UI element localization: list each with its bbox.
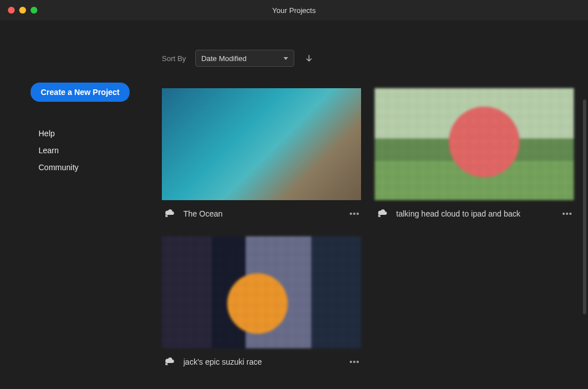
- sort-by-label: Sort By: [162, 54, 186, 63]
- project-more-button[interactable]: [347, 207, 361, 221]
- project-card-footer: The Ocean: [162, 200, 361, 221]
- close-window-button[interactable]: [8, 7, 15, 14]
- sort-by-select[interactable]: Date Modified: [195, 50, 294, 67]
- scrollbar-thumb[interactable]: [583, 100, 586, 314]
- create-new-project-button[interactable]: Create a New Project: [31, 83, 130, 102]
- project-card: jack's epic suzuki race: [162, 236, 361, 369]
- sort-controls: Sort By Date Modified: [162, 50, 577, 67]
- window-title: Your Projects: [272, 6, 316, 15]
- project-title: talking head cloud to ipad and back: [396, 209, 552, 218]
- project-title: jack's epic suzuki race: [183, 357, 340, 366]
- chevron-down-icon: [284, 57, 288, 60]
- window-controls: [0, 7, 37, 14]
- sidebar-item-community[interactable]: Community: [38, 163, 153, 172]
- more-icon: [350, 361, 359, 363]
- more-icon: [563, 213, 572, 215]
- titlebar: Your Projects: [0, 0, 588, 20]
- project-more-button[interactable]: [560, 207, 574, 221]
- maximize-window-button[interactable]: [31, 7, 37, 14]
- cloud-sync-icon: [164, 208, 175, 219]
- minimize-window-button[interactable]: [19, 7, 26, 14]
- scrollbar[interactable]: [583, 100, 586, 348]
- sort-by-selected-value: Date Modified: [201, 54, 247, 63]
- cloud-sync-icon: [164, 356, 175, 368]
- project-card-footer: talking head cloud to ipad and back: [375, 200, 574, 221]
- sidebar-item-help[interactable]: Help: [38, 129, 153, 138]
- project-thumbnail[interactable]: [162, 236, 361, 348]
- project-card: The Ocean: [162, 88, 361, 221]
- project-thumbnail[interactable]: [162, 88, 361, 200]
- arrow-down-icon: [305, 54, 313, 62]
- project-card-footer: jack's epic suzuki race: [162, 348, 361, 369]
- project-thumbnail[interactable]: [375, 88, 574, 200]
- cloud-sync-icon: [377, 208, 388, 219]
- sidebar-item-learn[interactable]: Learn: [38, 146, 153, 155]
- content-area: Sort By Date Modified: [153, 20, 588, 389]
- project-title: The Ocean: [183, 209, 340, 218]
- project-card: talking head cloud to ipad and back: [375, 88, 574, 221]
- sort-direction-button[interactable]: [303, 53, 315, 64]
- more-icon: [350, 213, 359, 215]
- projects-grid: The Ocean talking head cloud to ipa: [162, 88, 577, 369]
- project-more-button[interactable]: [347, 355, 361, 369]
- sidebar: Create a New Project Help Learn Communit…: [0, 20, 153, 389]
